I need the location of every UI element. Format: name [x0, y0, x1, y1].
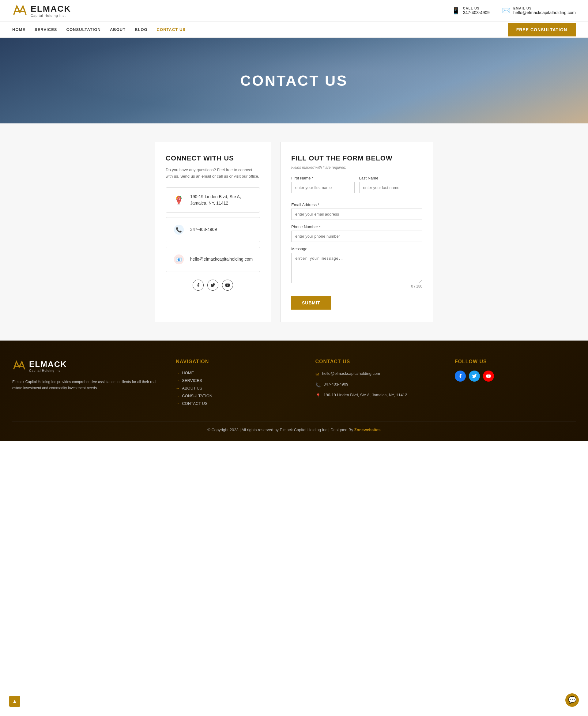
footer-contact-title: CONTACT US [315, 359, 436, 364]
char-count: 0 / 180 [291, 284, 422, 289]
footer-facebook-icon[interactable] [455, 371, 466, 382]
footer-contact-col: CONTACT US ✉ hello@elmackcapitalholding.… [315, 359, 436, 409]
email-box: 📧 hello@elmackcapitalholding.com [166, 247, 260, 272]
connect-card: CONNECT WITH US Do you have any question… [155, 142, 271, 322]
message-group: Message 0 / 180 [291, 247, 422, 289]
footer-location-icon: 📍 [315, 393, 321, 399]
map-pin-icon [172, 193, 186, 207]
footer-follow-col: FOLLOW US [455, 359, 576, 409]
last-name-group: Last Name [359, 176, 423, 193]
svg-text:📧: 📧 [176, 256, 182, 263]
designer-name: Zonewebsites [354, 427, 381, 432]
first-name-group: First Name * [291, 176, 355, 193]
footer-phone-icon: 📞 [315, 382, 321, 388]
email-value: hello@elmackcapitalholding.com [513, 10, 576, 15]
footer-bottom: © Copyright 2023 | All rights reserved b… [12, 421, 576, 432]
company-sub: Capital Holding Inc. [30, 14, 71, 18]
svg-text:📞: 📞 [176, 227, 182, 233]
footer-nav-home[interactable]: HOME [182, 371, 194, 375]
footer-nav-consultation[interactable]: CONSULTATION [182, 394, 212, 398]
required-note: Fields marked with * are required. [291, 165, 422, 170]
form-card: FILL OUT THE FORM BELOW Fields marked wi… [280, 142, 433, 322]
nav-consultation[interactable]: CONSULTATION [66, 27, 101, 32]
first-name-label: First Name * [291, 176, 355, 181]
connect-description: Do you have any questions? Feel free to … [166, 167, 260, 180]
last-name-label: Last Name [359, 176, 423, 181]
main-content: CONNECT WITH US Do you have any question… [0, 123, 588, 340]
header-call: 📱 CALL US 347-403-4909 [452, 6, 490, 15]
phone-text: 347-403-4909 [190, 226, 217, 233]
nav-services[interactable]: SERVICES [35, 27, 57, 32]
phone-group: Phone Number * [291, 225, 422, 242]
footer-nav-title: NAVIGATION [176, 359, 297, 364]
site-footer: ELMACK Capital Holding Inc. Elmack Capit… [0, 340, 588, 441]
footer-logo-icon [12, 359, 26, 373]
email-text: hello@elmackcapitalholding.com [190, 256, 253, 262]
company-name: ELMACK [30, 4, 71, 14]
footer-company-name: ELMACK [29, 360, 67, 369]
twitter-icon[interactable] [207, 280, 218, 291]
message-label: Message [291, 247, 422, 251]
submit-button[interactable]: SUBMIT [291, 296, 331, 310]
footer-nav-col: NAVIGATION HOME SERVICES ABOUT US CONSUL… [176, 359, 297, 409]
email-group: Email Address * [291, 203, 422, 220]
address-text: 190-19 Linden Blvd, Ste A,Jamaica, NY, 1… [190, 193, 241, 206]
email-address-label: Email Address * [291, 203, 422, 207]
connect-title: CONNECT WITH US [166, 154, 260, 162]
footer-email-item: ✉ hello@elmackcapitalholding.com [315, 371, 436, 378]
phone-label: Phone Number * [291, 225, 422, 229]
address-box: 190-19 Linden Blvd, Ste A,Jamaica, NY, 1… [166, 187, 260, 213]
header-contact-info: 📱 CALL US 347-403-4909 ✉️ EMAIL US hello… [452, 6, 576, 15]
nav-contact[interactable]: CONTACT US [157, 27, 186, 32]
footer-nav-list: HOME SERVICES ABOUT US CONSULTATION CONT… [176, 371, 297, 406]
main-nav: HOME SERVICES CONSULTATION ABOUT BLOG CO… [0, 22, 588, 38]
nav-about[interactable]: ABOUT [110, 27, 126, 32]
call-value: 347-403-4909 [463, 10, 490, 15]
hero-title: CONTACT US [240, 72, 348, 89]
logo-icon [12, 3, 27, 18]
footer-youtube-icon[interactable] [483, 371, 494, 382]
phone-box: 📞 347-403-4909 [166, 217, 260, 242]
footer-brand-description: Elmack Capital Holding Inc provides comp… [12, 379, 158, 392]
header-email: ✉️ EMAIL US hello@elmackcapitalholding.c… [502, 6, 576, 15]
hero-section: CONTACT US [0, 38, 588, 123]
nav-blog[interactable]: BLOG [135, 27, 148, 32]
call-label: CALL US [463, 6, 490, 10]
footer-contact-list: ✉ hello@elmackcapitalholding.com 📞 347-4… [315, 371, 436, 399]
form-title: FILL OUT THE FORM BELOW [291, 154, 422, 162]
footer-nav-services[interactable]: SERVICES [182, 378, 202, 383]
footer-phone-item: 📞 347-403-4909 [315, 381, 436, 388]
footer-twitter-icon[interactable] [469, 371, 480, 382]
svg-point-4 [178, 198, 180, 199]
footer-nav-contact[interactable]: CONTACT US [182, 401, 207, 406]
facebook-icon[interactable] [193, 280, 204, 291]
first-name-input[interactable] [291, 182, 355, 193]
last-name-input[interactable] [359, 182, 423, 193]
nav-home[interactable]: HOME [12, 27, 25, 32]
email-label: EMAIL US [513, 6, 576, 10]
mail-icon: 📧 [172, 253, 186, 266]
nav-links: HOME SERVICES CONSULTATION ABOUT BLOG CO… [12, 22, 186, 37]
free-consultation-button[interactable]: FREE CONSULTATION [508, 23, 576, 37]
phone-ring-icon: 📞 [172, 223, 186, 236]
footer-social-icons [455, 371, 576, 382]
social-icons [166, 280, 260, 291]
footer-top: ELMACK Capital Holding Inc. Elmack Capit… [12, 359, 576, 409]
name-row: First Name * Last Name [291, 176, 422, 198]
email-input[interactable] [291, 209, 422, 220]
footer-company-sub: Capital Holding Inc. [29, 369, 67, 372]
copyright-text: © Copyright 2023 | All rights reserved b… [207, 427, 354, 432]
footer-mail-icon: ✉ [315, 371, 319, 378]
youtube-icon[interactable] [222, 280, 233, 291]
footer-logo: ELMACK Capital Holding Inc. [12, 359, 158, 373]
footer-brand: ELMACK Capital Holding Inc. Elmack Capit… [12, 359, 158, 409]
email-icon: ✉️ [502, 7, 510, 15]
phone-input[interactable] [291, 231, 422, 242]
site-header: ELMACK Capital Holding Inc. 📱 CALL US 34… [0, 0, 588, 22]
footer-nav-about[interactable]: ABOUT US [182, 386, 202, 391]
footer-follow-title: FOLLOW US [455, 359, 576, 364]
footer-address-item: 📍 190-19 Linden Blvd, Ste A, Jamaica, NY… [315, 392, 436, 399]
logo[interactable]: ELMACK Capital Holding Inc. [12, 3, 71, 18]
message-textarea[interactable] [291, 253, 422, 283]
phone-icon: 📱 [452, 7, 460, 15]
